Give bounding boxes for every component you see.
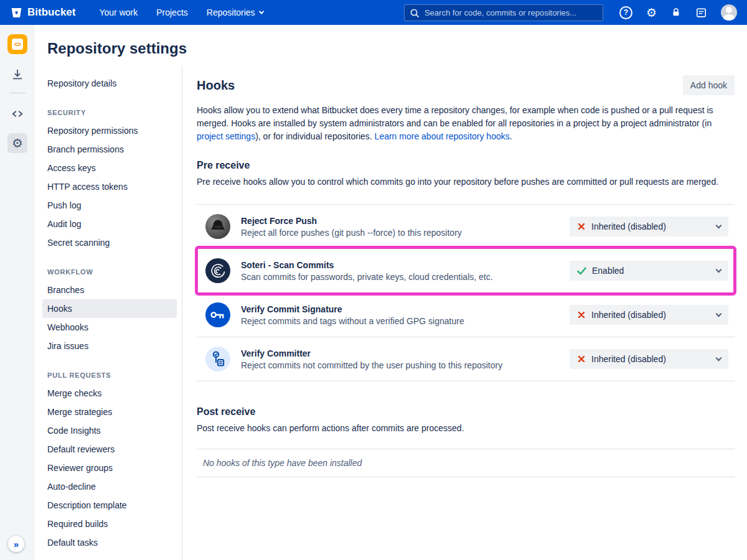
sidebar-item-reviewer-groups[interactable]: Reviewer groups [42, 459, 177, 477]
hook-text: Verify Committer Reject commits not comm… [241, 348, 502, 370]
rail-divider [9, 93, 26, 93]
learn-more-link[interactable]: Learn more about repository hooks [375, 131, 510, 141]
nav-your-work-label: Your work [99, 7, 138, 17]
hook-status-label: Enabled [592, 266, 624, 276]
nav-repositories[interactable]: Repositories [207, 7, 263, 17]
chevron-down-icon [716, 310, 722, 317]
sidebar-item-access-keys[interactable]: Access keys [42, 159, 177, 177]
sidebar-item-merge-checks[interactable]: Merge checks [42, 384, 177, 403]
page-header: Repository settings [35, 25, 747, 67]
hook-text: Verify Commit Signature Reject commits a… [241, 304, 464, 326]
sidebar-item-branch-permissions[interactable]: Branch permissions [42, 140, 177, 159]
sidebar-section-workflow: WORKFLOW [42, 263, 177, 281]
sidebar-item-auto-decline[interactable]: Auto-decline [42, 477, 177, 496]
verify-committer-icon [205, 347, 230, 371]
lock-icon[interactable] [670, 7, 682, 18]
post-receive-heading: Post receive [197, 406, 735, 418]
sidebar-item-merge-strategies[interactable]: Merge strategies [42, 403, 177, 421]
hook-list: Reject Force Push Reject all force pushe… [197, 204, 735, 381]
nav-repositories-label: Repositories [207, 7, 255, 17]
sidebar-item-webhooks[interactable]: Webhooks [42, 318, 177, 337]
sidebar-item-repository-permissions[interactable]: Repository permissions [42, 121, 177, 140]
nav-projects[interactable]: Projects [156, 7, 188, 17]
expand-sidebar-button[interactable]: » [7, 535, 25, 553]
sidebar-item-code-insights[interactable]: Code Insights [42, 421, 177, 440]
x-icon [577, 355, 586, 363]
clone-icon[interactable] [11, 68, 24, 82]
sidebar-item-jira-issues[interactable]: Jira issues [42, 337, 177, 355]
soteri-icon [205, 258, 230, 283]
add-hook-button[interactable]: Add hook [683, 75, 735, 95]
expand-icon: » [14, 539, 19, 549]
feedback-icon[interactable] [695, 7, 707, 19]
hook-name: Verify Committer [241, 348, 502, 358]
navbar-icons: ? ⚙ [619, 4, 737, 21]
avatar[interactable] [721, 4, 737, 21]
sidebar-section-pull-requests: PULL REQUESTS [42, 366, 177, 384]
pre-receive-heading: Pre receive [197, 160, 735, 171]
hook-name: Verify Commit Signature [241, 304, 464, 314]
post-receive-empty-message: No hooks of this type have been installe… [197, 449, 735, 477]
reject-force-push-icon [205, 214, 230, 239]
sidebar-item-description-template[interactable]: Description template [42, 496, 177, 515]
sidebar-item-required-builds[interactable]: Required builds [42, 515, 177, 533]
hook-status-select[interactable]: Enabled [570, 261, 728, 281]
x-icon [577, 310, 586, 319]
page-body: Repository details SECURITY Repository p… [35, 67, 747, 560]
repository-settings-rail-item[interactable]: ⚙ [7, 133, 27, 153]
chevron-down-icon [716, 222, 722, 228]
pre-receive-description: Pre receive hooks allow you to control w… [197, 175, 735, 189]
page: Repository settings Repository details S… [35, 25, 747, 560]
top-navbar: Bitbucket Your work Projects Repositorie… [0, 0, 747, 25]
chevron-down-icon [716, 266, 722, 273]
sidebar-item-http-access-tokens[interactable]: HTTP access tokens [42, 177, 177, 196]
source-code-icon[interactable] [11, 107, 24, 121]
sidebar-item-repository-details[interactable]: Repository details [42, 74, 177, 93]
page-title: Repository settings [47, 40, 732, 57]
sidebar-item-branches[interactable]: Branches [42, 281, 177, 299]
intro-text-1: Hooks allow you to extend what Bitbucket… [197, 105, 713, 128]
post-receive-description: Post receive hooks can perform actions a… [197, 422, 735, 435]
help-icon[interactable]: ? [619, 6, 632, 19]
hook-text: Soteri - Scan Commits Scan commits for p… [241, 260, 493, 282]
left-rail: <> ⚙ » [0, 25, 35, 560]
hook-status-select[interactable]: Inherited (disabled) [570, 305, 728, 325]
bitbucket-brand[interactable]: Bitbucket [10, 6, 75, 19]
bitbucket-logo-icon [10, 6, 23, 19]
hook-row-verify-commit-signature: Verify Commit Signature Reject commits a… [197, 293, 735, 337]
intro-text-2: ), or for individual repositories. [255, 131, 374, 141]
chevron-down-icon [716, 355, 722, 361]
search-input[interactable] [404, 4, 603, 21]
brand-label: Bitbucket [27, 6, 75, 19]
hook-row-reject-force-push: Reject Force Push Reject all force pushe… [197, 204, 735, 249]
hook-status-select[interactable]: Inherited (disabled) [570, 349, 728, 369]
hook-name: Reject Force Push [241, 216, 462, 226]
sidebar-item-push-log[interactable]: Push log [42, 196, 177, 215]
global-search [404, 4, 603, 21]
settings-sidebar: Repository details SECURITY Repository p… [35, 67, 182, 560]
hook-status-label: Inherited (disabled) [591, 354, 666, 364]
hook-status-select[interactable]: Inherited (disabled) [570, 217, 728, 236]
intro-text-3: . [510, 131, 512, 141]
chevron-down-icon [258, 9, 263, 14]
hook-row-verify-committer: Verify Committer Reject commits not comm… [197, 337, 735, 381]
hook-status-label: Inherited (disabled) [591, 222, 666, 231]
nav-your-work[interactable]: Your work [99, 7, 138, 17]
sidebar-item-audit-log[interactable]: Audit log [42, 215, 177, 233]
hook-name: Soteri - Scan Commits [241, 260, 493, 270]
check-icon [577, 267, 586, 275]
primary-nav: Your work Projects Repositories [99, 7, 263, 17]
sidebar-section-security: SECURITY [42, 104, 177, 121]
sidebar-item-default-tasks[interactable]: Default tasks [42, 533, 177, 552]
search-icon [410, 8, 420, 21]
hook-status-label: Inherited (disabled) [591, 310, 666, 320]
sidebar-item-default-reviewers[interactable]: Default reviewers [42, 440, 177, 459]
hook-description: Scan commits for passwords, private keys… [241, 272, 493, 282]
sidebar-item-secret-scanning[interactable]: Secret scanning [42, 233, 177, 252]
sidebar-item-hooks[interactable]: Hooks [42, 299, 177, 318]
hooks-content: Hooks Add hook Hooks allow you to extend… [182, 67, 747, 560]
code-icon: <> [12, 39, 23, 50]
gear-icon[interactable]: ⚙ [646, 7, 657, 19]
project-settings-link[interactable]: project settings [197, 131, 255, 141]
repository-avatar[interactable]: <> [7, 34, 27, 54]
